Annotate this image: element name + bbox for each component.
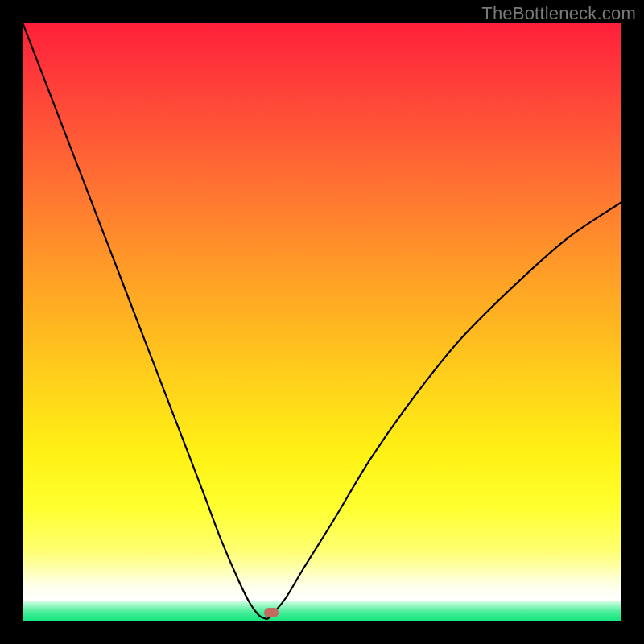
chart-frame: TheBottleneck.com: [0, 0, 644, 644]
plot-area: [23, 23, 621, 621]
watermark-text: TheBottleneck.com: [481, 3, 636, 24]
bottleneck-curve: [23, 23, 621, 621]
optimal-point-marker: [264, 608, 279, 617]
